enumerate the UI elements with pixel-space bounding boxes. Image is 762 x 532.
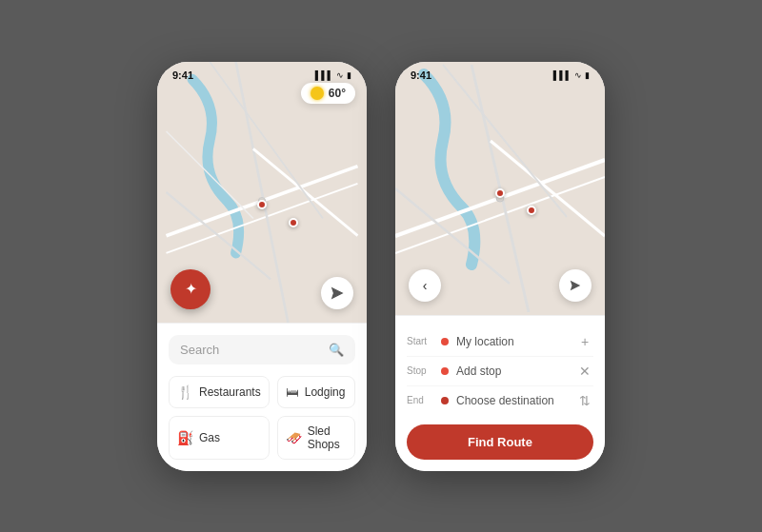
signal-icon-2: ▌▌▌ — [553, 70, 572, 80]
start-dot — [441, 338, 449, 345]
location-arrow-icon-2 — [569, 279, 582, 292]
category-gas[interactable]: ⛽ Gas — [169, 416, 270, 460]
status-icons-1: ▌▌▌ ∿ ▮ — [315, 70, 351, 80]
remove-stop-button[interactable]: ✕ — [576, 364, 593, 379]
sled-shops-icon: 🛷 — [286, 430, 302, 445]
location-button-2[interactable] — [559, 269, 592, 302]
add-start-button[interactable]: + — [576, 334, 593, 349]
svg-line-14 — [443, 65, 567, 217]
weather-widget: 60° — [301, 83, 355, 104]
start-input[interactable]: My location — [456, 335, 569, 348]
map-pin-4 — [527, 206, 536, 215]
status-icons-2: ▌▌▌ ∿ ▮ — [553, 70, 590, 80]
sun-icon — [311, 87, 324, 100]
map-background-1: 60° ✦ — [157, 62, 367, 323]
restaurants-label: Restaurants — [199, 385, 261, 399]
bottom-panel-1: Search 🔍 🍴 Restaurants 🛏 Lodging ⛽ Gas — [157, 323, 367, 471]
map-area-1: 60° ✦ — [157, 62, 367, 323]
categories-grid: 🍴 Restaurants 🛏 Lodging ⛽ Gas 🛷 Sled Sho… — [169, 376, 355, 460]
lodging-icon: 🛏 — [286, 384, 299, 400]
map-pin-1 — [257, 200, 267, 209]
restaurants-icon: 🍴 — [177, 384, 193, 400]
stop-dot — [441, 367, 449, 375]
map-pin-2 — [289, 218, 298, 227]
end-dot — [441, 397, 449, 404]
map-background-2: ‹ — [395, 62, 605, 315]
category-sled-shops[interactable]: 🛷 Sled Shops — [277, 416, 355, 460]
route-panel: Start My location + Stop Add stop ✕ End … — [395, 315, 605, 471]
back-button[interactable]: ‹ — [409, 269, 441, 302]
route-end-row: End Choose destination ⇅ — [407, 386, 593, 415]
start-label: Start — [407, 336, 433, 346]
gas-icon: ⛽ — [177, 430, 193, 445]
temperature: 60° — [329, 87, 346, 100]
svg-line-2 — [236, 62, 289, 323]
status-bar-1: 9:41 ▌▌▌ ∿ ▮ — [157, 62, 367, 85]
search-bar[interactable]: Search 🔍 — [169, 335, 355, 365]
category-restaurants[interactable]: 🍴 Restaurants — [169, 376, 270, 408]
compass-icon: ✦ — [185, 280, 197, 298]
search-icon: 🔍 — [329, 343, 344, 357]
stop-label: Stop — [407, 365, 433, 376]
map-pin-3 — [495, 188, 505, 198]
map-area-2: ‹ — [395, 62, 605, 315]
swap-route-button[interactable]: ⇅ — [576, 393, 593, 408]
end-input[interactable]: Choose destination — [456, 394, 569, 407]
svg-marker-16 — [571, 280, 581, 290]
status-time-2: 9:41 — [411, 69, 431, 81]
status-bar-2: 9:41 ▌▌▌ ∿ ▮ — [395, 62, 605, 85]
gas-label: Gas — [199, 431, 220, 444]
status-time-1: 9:41 — [172, 69, 193, 81]
phone-2: 9:41 ▌▌▌ ∿ ▮ — [395, 62, 605, 471]
stop-input[interactable]: Add stop — [456, 365, 569, 378]
phone-1: 9:41 ▌▌▌ ∿ ▮ — [157, 62, 367, 471]
end-label: End — [407, 395, 433, 405]
route-start-row: Start My location + — [407, 327, 593, 357]
sled-shops-label: Sled Shops — [308, 424, 347, 451]
category-lodging[interactable]: 🛏 Lodging — [277, 376, 355, 408]
route-stop-row: Stop Add stop ✕ — [407, 357, 593, 386]
battery-icon-1: ▮ — [347, 70, 351, 80]
signal-icon-1: ▌▌▌ — [315, 70, 333, 80]
search-placeholder: Search — [180, 343, 321, 357]
find-route-button[interactable]: Find Route — [407, 424, 593, 460]
navigation-fab[interactable]: ✦ — [170, 269, 211, 309]
phones-container: 9:41 ▌▌▌ ∿ ▮ — [157, 62, 605, 471]
svg-marker-8 — [332, 287, 343, 298]
wifi-icon-1: ∿ — [336, 70, 344, 80]
wifi-icon-2: ∿ — [574, 70, 582, 80]
lodging-label: Lodging — [305, 385, 346, 399]
back-arrow-icon: ‹ — [423, 278, 428, 293]
location-arrow-icon — [331, 286, 344, 300]
battery-icon-2: ▮ — [585, 70, 590, 80]
location-button-1[interactable] — [321, 277, 353, 309]
